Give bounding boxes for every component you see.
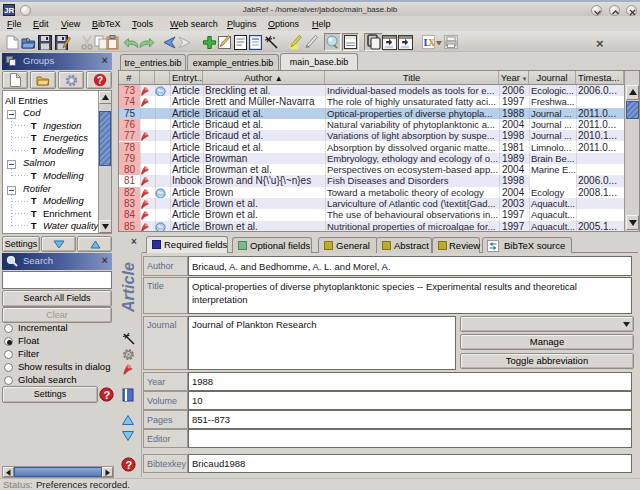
svg-text:?: ? xyxy=(97,75,103,86)
svg-text:?: ? xyxy=(126,459,133,471)
svg-text:?: ? xyxy=(104,389,111,401)
svg-text:X: X xyxy=(428,37,435,48)
